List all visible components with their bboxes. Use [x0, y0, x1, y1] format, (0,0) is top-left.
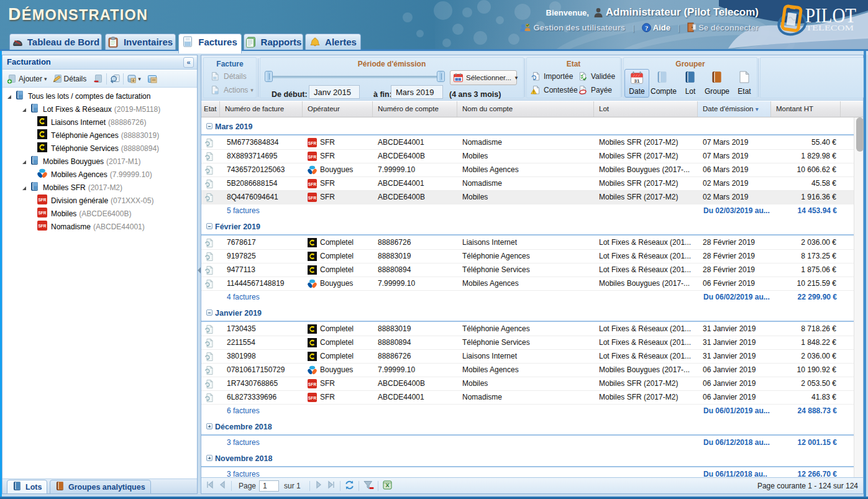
svg-text:SFR: SFR [39, 198, 47, 202]
svg-text:SFR: SFR [39, 224, 47, 228]
svg-text:TELECOM: TELECOM [806, 24, 854, 32]
svg-text:SFR: SFR [308, 196, 317, 200]
svg-text:SFR: SFR [39, 211, 47, 215]
svg-text:SFR: SFR [308, 382, 317, 387]
svg-text:SFR: SFR [308, 182, 317, 186]
svg-text:SFR: SFR [308, 141, 317, 145]
svg-text:31: 31 [634, 78, 640, 84]
svg-text:X: X [385, 482, 389, 488]
svg-text:SFR: SFR [308, 155, 317, 159]
svg-text:?: ? [644, 25, 647, 32]
svg-text:SFR: SFR [308, 396, 317, 400]
